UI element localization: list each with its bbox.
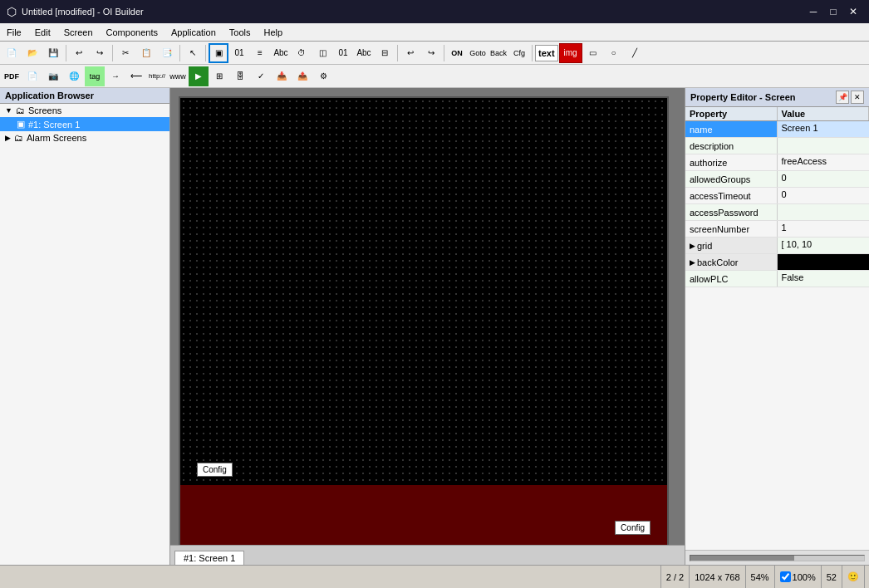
settings-btn[interactable]: ⚙ [313,66,333,86]
sidebar-item-screens[interactable]: ▼ 🗂 Screens [0,104,169,117]
prop-val-authorize[interactable]: freeAccess [778,154,870,170]
web-btn[interactable]: 🌐 [64,66,84,86]
abc2-btn[interactable]: Abc [354,43,374,63]
prop-row-allowedgroups[interactable]: allowedGroups 0 [685,171,869,188]
scrollbar-track[interactable] [690,555,865,561]
canvas-scroll[interactable]: Config Config [170,88,685,545]
prop-pin-button[interactable]: 📌 [836,91,849,104]
arrow-bck-btn[interactable]: ⟵ [126,66,146,86]
screen-btn[interactable]: ▣ [209,43,228,63]
prop-val-name[interactable]: Screen 1 [778,121,870,137]
close-button[interactable]: ✕ [844,4,862,19]
sidebar-item-alarm-screens[interactable]: ▶ 🗂 Alarm Screens [0,131,169,145]
prop-val-screennumber[interactable]: 1 [778,221,870,237]
text-btn[interactable]: Abc [271,43,291,63]
status-main [4,566,661,588]
doc-btn[interactable]: 📄 [22,66,42,86]
grid-expand-icon[interactable]: ▶ [690,242,695,250]
check-btn[interactable]: ✓ [251,66,271,86]
menu-application[interactable]: Application [164,23,223,41]
prop-val-backcolor[interactable] [778,254,870,270]
prop-row-screennumber[interactable]: screenNumber 1 [685,221,869,238]
sidebar-item-screen1[interactable]: ▣ #1: Screen 1 [0,117,169,131]
prop-row-accesstimeout[interactable]: accessTimeout 0 [685,188,869,204]
prop-close-button[interactable]: ✕ [851,91,864,104]
prop-row-grid[interactable]: ▶grid [ 10, 10 [685,238,869,254]
menu-bar: File Edit Screen Components Application … [0,23,869,42]
title-bar-controls: ─ □ ✕ [804,4,862,19]
canvas-area: Config Config #1: Screen 1 [170,88,685,565]
menu-tools[interactable]: Tools [223,23,258,41]
prop-row-name[interactable]: name Screen 1 [685,121,869,138]
www-btn[interactable]: www [168,66,188,86]
cfg-btn[interactable]: Cfg [509,43,529,63]
screen-tab-1[interactable]: #1: Screen 1 [174,551,244,565]
tag-btn[interactable]: tag [85,66,105,86]
on-btn[interactable]: ON [447,43,467,63]
maximize-button[interactable]: □ [824,4,842,19]
rect-btn[interactable]: ▭ [583,43,603,63]
property-scrollbar[interactable] [685,550,869,565]
import-btn[interactable]: 📥 [272,66,292,86]
prop-row-authorize[interactable]: authorize freeAccess [685,154,869,171]
menu-help[interactable]: Help [257,23,289,41]
menu-edit[interactable]: Edit [28,23,57,41]
grid-btn[interactable]: ⊞ [209,66,229,86]
minimize-button[interactable]: ─ [804,4,822,19]
minus-btn[interactable]: ⊟ [375,43,395,63]
circle-btn[interactable]: ○ [604,43,624,63]
config-button-canvas[interactable]: Config [197,463,233,477]
goto-btn[interactable]: Goto [468,43,488,63]
config-button-canvas2[interactable]: Config [615,521,651,535]
camera-btn[interactable]: 📷 [43,66,63,86]
pdf-btn[interactable]: PDF [2,66,22,86]
list-btn[interactable]: ≡ [250,43,270,63]
arrow-fwd-btn[interactable]: → [106,66,125,86]
line-btn[interactable]: ╱ [625,43,645,63]
save-button[interactable]: 💾 [43,43,63,63]
box-btn[interactable]: ◫ [312,43,332,63]
menu-screen[interactable]: Screen [57,23,100,41]
screens-folder-icon: 🗂 [16,105,25,115]
cut-button[interactable]: ✂ [115,43,135,63]
text-label: text [535,45,558,61]
paste-button[interactable]: 📑 [157,43,177,63]
app-icon: ⬡ [7,5,17,18]
canvas-dotted-overlay [180,98,667,545]
prop-val-grid[interactable]: [ 10, 10 [778,238,870,253]
image-btn[interactable]: img [559,43,582,63]
new-button[interactable]: 📄 [2,43,22,63]
timer-btn[interactable]: ⏱ [292,43,312,63]
numeric-btn[interactable]: 01 [229,43,249,63]
arrow-left-btn[interactable]: ↩ [400,43,420,63]
num2-btn[interactable]: 01 [333,43,353,63]
prop-row-description[interactable]: description [685,138,869,154]
http-btn[interactable]: http:// [147,66,167,86]
cursor-button[interactable]: ↖ [183,43,203,63]
back-btn[interactable]: Back [489,43,508,63]
prop-row-allowplc[interactable]: allowPLC False [685,271,869,287]
status-checkbox-input[interactable] [780,571,791,582]
redo-button[interactable]: ↪ [90,43,110,63]
undo-button[interactable]: ↩ [69,43,89,63]
menu-components[interactable]: Components [100,23,164,41]
screens-expand-icon: ▼ [5,106,12,115]
prop-val-allowedgroups[interactable]: 0 [778,171,870,187]
prop-row-accesspassword[interactable]: accessPassword [685,204,869,221]
db-btn[interactable]: 🗄 [230,66,250,86]
prop-val-accesstimeout[interactable]: 0 [778,188,870,203]
backcolor-expand-icon[interactable]: ▶ [690,258,695,267]
prop-val-description[interactable] [778,138,870,154]
open-button[interactable]: 📂 [22,43,42,63]
menu-file[interactable]: File [0,23,28,41]
copy-button[interactable]: 📋 [136,43,156,63]
scrollbar-thumb[interactable] [690,556,794,561]
prop-key-allowplc: allowPLC [685,271,778,287]
play-btn[interactable]: ▶ [189,66,209,86]
prop-val-allowplc[interactable]: False [778,271,870,287]
prop-row-backcolor[interactable]: ▶backColor [685,254,869,271]
export-btn[interactable]: 📤 [292,66,312,86]
screen-canvas[interactable]: Config Config [179,96,669,545]
arrow-right-btn[interactable]: ↪ [421,43,441,63]
prop-val-accesspassword[interactable] [778,204,870,220]
